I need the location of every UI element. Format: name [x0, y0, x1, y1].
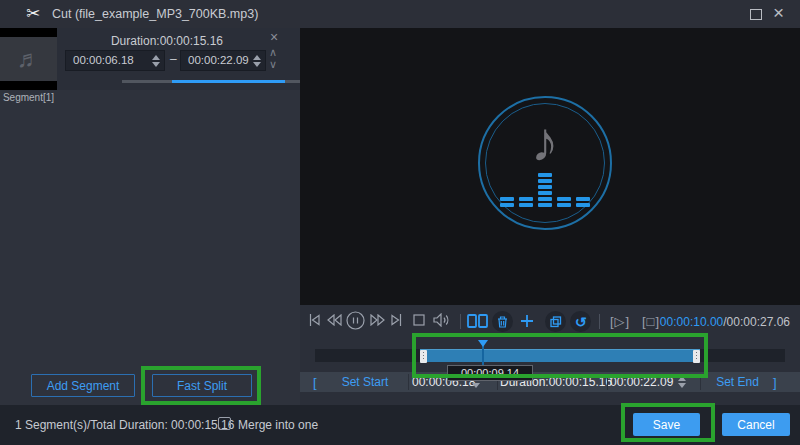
end-time-stepper[interactable]	[253, 54, 261, 68]
title-bar: ✂ Cut (file_example_MP3_700KB.mp3) ×	[0, 0, 800, 28]
set-start-button[interactable]: Set Start	[320, 375, 410, 389]
start-time-stepper[interactable]	[152, 54, 160, 68]
playback-controls: ↺ [▷] [□] 00:00:10.00/00:00:27.06 00:00:…	[300, 305, 800, 405]
equalizer-icon	[500, 173, 590, 207]
trim-end-stepper[interactable]	[678, 375, 686, 389]
fast-forward-icon[interactable]	[369, 314, 386, 326]
music-note-icon: ♪	[510, 114, 580, 170]
playhead-tooltip: 00:00:09.14	[447, 365, 533, 381]
stop-icon[interactable]	[413, 314, 425, 326]
add-segment-button[interactable]: Add Segment	[31, 374, 135, 397]
trim-start-handle[interactable]	[420, 350, 427, 363]
trim-end-handle[interactable]	[693, 350, 700, 363]
playback-time: 00:00:10.00/00:00:27.06	[660, 315, 790, 329]
segment-end-input[interactable]: 00:00:22.09	[180, 50, 266, 71]
close-button[interactable]: ×	[773, 2, 784, 24]
segment-thumbnail[interactable]: ♬	[0, 28, 57, 90]
media-preview: ♪	[300, 28, 800, 305]
stop-segment-button[interactable]: [□]	[642, 314, 660, 329]
segments-summary: 1 Segment(s)/Total Duration: 00:00:15.16	[15, 418, 234, 432]
segment-start-input[interactable]: 00:00:06.18	[65, 50, 165, 71]
pause-button-icon[interactable]	[346, 311, 365, 330]
delete-icon[interactable]	[492, 311, 513, 332]
start-bracket: [	[313, 375, 317, 390]
copy-icon[interactable]	[545, 311, 566, 332]
playhead-marker-icon[interactable]	[478, 340, 488, 347]
move-segment-up-icon[interactable]: ∧	[269, 47, 277, 58]
merge-into-one-checkbox[interactable]	[218, 417, 231, 430]
move-segment-down-icon[interactable]: ∨	[269, 59, 277, 70]
maximize-button[interactable]	[750, 9, 762, 20]
skip-to-end-icon[interactable]	[390, 313, 403, 327]
segment-editor-card: Duration:00:00:15.16 00:00:06.18 – 00:00…	[57, 28, 300, 90]
reset-icon[interactable]: ↺	[570, 311, 591, 332]
save-button[interactable]: Save	[633, 413, 700, 436]
add-icon[interactable]	[520, 314, 534, 328]
skip-to-start-icon[interactable]	[308, 313, 321, 327]
segment-list-panel: ♬ Segment[1] Duration:00:00:15.16 00:00:…	[0, 28, 300, 405]
current-time: 00:00:10.00	[660, 315, 723, 329]
merge-into-one-label: Merge into one	[238, 418, 318, 432]
end-bracket: ]	[773, 375, 777, 390]
total-time: /00:00:27.06	[723, 315, 790, 329]
cancel-button[interactable]: Cancel	[722, 413, 790, 436]
fast-split-button[interactable]: Fast Split	[152, 374, 252, 397]
volume-icon[interactable]	[433, 313, 450, 327]
play-segment-button[interactable]: [▷]	[610, 314, 630, 329]
set-end-button[interactable]: Set End	[705, 375, 770, 389]
timeline-selection[interactable]	[420, 349, 700, 362]
scissors-icon: ✂	[26, 3, 40, 24]
segment-duration-label: Duration:00:00:15.16	[67, 34, 267, 48]
cut-dialog: ✂ Cut (file_example_MP3_700KB.mp3) × ♬ S…	[0, 0, 800, 445]
time-range-separator: –	[170, 52, 177, 66]
split-segment-icon[interactable]	[467, 314, 488, 328]
window-title: Cut (file_example_MP3_700KB.mp3)	[52, 7, 258, 21]
music-note-icon: ♬	[17, 45, 41, 72]
trim-bar: [ Set Start 00:00:06.18 Duration:00:00:1…	[300, 372, 800, 392]
footer-bar: 1 Segment(s)/Total Duration: 00:00:15.16…	[0, 405, 800, 445]
rewind-icon[interactable]	[326, 314, 343, 326]
trim-end-time[interactable]: 00:00:22.09	[610, 375, 670, 389]
delete-segment-icon[interactable]: ×	[270, 29, 278, 45]
segment-label: Segment[1]	[0, 92, 57, 103]
